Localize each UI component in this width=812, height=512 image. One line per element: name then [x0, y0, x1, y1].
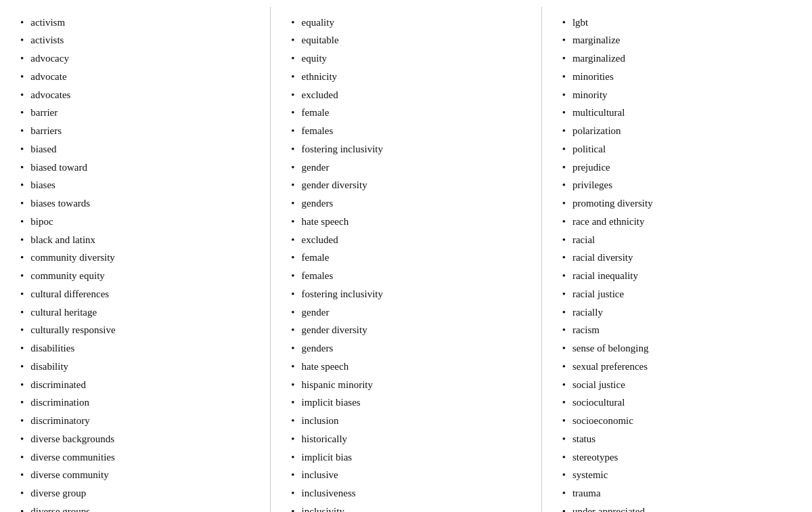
list-item-text: biased toward — [30, 161, 87, 175]
list-item-text: status — [572, 432, 595, 447]
list-item-text: race and ethnicity — [572, 215, 645, 230]
list-item: advocate — [20, 68, 256, 86]
list-item-text: inclusion — [302, 414, 339, 429]
list-item-text: social justice — [572, 378, 625, 393]
list-item-text: excluded — [302, 233, 338, 248]
list-item-text: political — [572, 142, 606, 157]
list-item-text: females — [302, 124, 334, 139]
list-item-text: inclusivity — [302, 505, 344, 512]
list-item: hate speech — [291, 358, 527, 376]
list-item: historically — [291, 430, 527, 448]
list-item-text: diverse communities — [30, 450, 115, 465]
list-item-text: female — [302, 251, 330, 265]
list-item-text: sense of belonging — [572, 341, 648, 356]
list-item: culturally responsive — [20, 322, 256, 340]
list-item: sexual preferences — [562, 358, 798, 376]
list-item-text: racial justice — [572, 287, 624, 302]
list-item-text: under appreciated — [572, 505, 645, 512]
list-item-text: biases — [30, 178, 55, 193]
list-item-text: systemic — [572, 468, 608, 483]
list-item-text: cultural differences — [30, 287, 109, 302]
list-item: cultural differences — [20, 285, 256, 303]
list-item: inclusion — [291, 412, 527, 431]
list-item-text: racial — [572, 233, 595, 248]
list-item-text: racial inequality — [572, 269, 638, 284]
list-item-text: hispanic minority — [302, 378, 373, 393]
list-item-text: diverse backgrounds — [30, 432, 114, 447]
list-item: status — [562, 430, 798, 448]
list-item: implicit biases — [291, 394, 527, 412]
list-item: cultural heritage — [20, 303, 256, 322]
column-3: lgbtmarginalizemarginalizedminoritiesmin… — [542, 7, 812, 512]
list-item-text: hate speech — [302, 215, 349, 230]
list-item-text: bipoc — [30, 215, 53, 230]
list-item: biases — [20, 177, 256, 195]
list-item: racially — [562, 303, 798, 322]
list-item: fostering inclusivity — [291, 140, 527, 158]
list-item: diverse communities — [20, 448, 256, 467]
list-item: racism — [562, 322, 798, 340]
list-item-text: cultural heritage — [30, 305, 97, 320]
list-item: promoting diversity — [562, 195, 798, 213]
list-item: polarization — [562, 123, 798, 141]
list-item: hispanic minority — [291, 376, 527, 394]
list-item: bipoc — [20, 213, 256, 231]
list-item-text: promoting diversity — [572, 196, 653, 211]
list-item: advocates — [20, 86, 256, 104]
list-item: advocacy — [20, 50, 256, 68]
list-item: under appreciated — [562, 503, 798, 512]
list-item-text: marginalize — [572, 33, 621, 48]
list-item: disability — [20, 358, 256, 376]
list-item-text: equity — [302, 51, 328, 66]
list-item-text: gender — [302, 305, 330, 320]
list-item-text: gender diversity — [302, 323, 367, 338]
list-item-text: genders — [302, 341, 334, 356]
list-item-text: excluded — [302, 88, 338, 103]
list-item: racial — [562, 231, 798, 249]
list-item: gender — [291, 158, 527, 177]
list-item: biased — [20, 140, 256, 158]
list-item-text: fostering inclusivity — [302, 287, 383, 302]
list-item-text: equitable — [302, 33, 339, 48]
list-item: community equity — [20, 268, 256, 286]
list-item-text: biases towards — [30, 196, 90, 211]
list-item: lgbt — [562, 14, 798, 32]
list-item: marginalize — [562, 32, 798, 50]
list-item-text: discrimination — [30, 396, 89, 410]
list-item: biased toward — [20, 158, 256, 177]
list-item: multicultural — [562, 104, 798, 123]
list-item-text: trauma — [572, 486, 601, 501]
list-item: excluded — [291, 86, 527, 104]
list-item-text: discriminatory — [30, 414, 89, 429]
list-item-text: inclusive — [302, 468, 338, 483]
list-item: diverse groups — [20, 503, 256, 512]
list-item: racial justice — [562, 285, 798, 303]
list-item: excluded — [291, 231, 527, 249]
list-item: discriminatory — [20, 412, 256, 431]
list-2: equalityequitableequityethnicityexcluded… — [291, 14, 527, 512]
list-item: inclusivity — [291, 503, 527, 512]
list-item: black and latinx — [20, 231, 256, 249]
list-item: ethnicity — [291, 68, 527, 86]
list-item-text: culturally responsive — [30, 323, 115, 338]
page: activismactivistsadvocacyadvocateadvocat… — [0, 0, 812, 512]
list-item-text: barriers — [30, 124, 62, 139]
list-item-text: sexual preferences — [572, 360, 648, 375]
list-item: socioeconomic — [562, 412, 798, 431]
list-item: female — [291, 249, 527, 268]
list-3: lgbtmarginalizemarginalizedminoritiesmin… — [562, 14, 798, 512]
list-item-text: equality — [302, 16, 334, 30]
list-item-text: gender diversity — [302, 178, 367, 193]
list-item: genders — [291, 340, 527, 358]
column-2: equalityequitableequityethnicityexcluded… — [271, 7, 541, 512]
list-item-text: disability — [30, 360, 68, 375]
list-item-text: minorities — [572, 70, 614, 85]
list-item-text: socioeconomic — [572, 414, 633, 429]
list-item-text: historically — [302, 432, 348, 447]
list-item-text: disabilities — [30, 341, 74, 356]
list-item: biases towards — [20, 195, 256, 213]
list-item: equity — [291, 50, 527, 68]
list-item-text: inclusiveness — [302, 486, 356, 501]
list-item-text: stereotypes — [572, 450, 618, 465]
list-item: females — [291, 268, 527, 286]
